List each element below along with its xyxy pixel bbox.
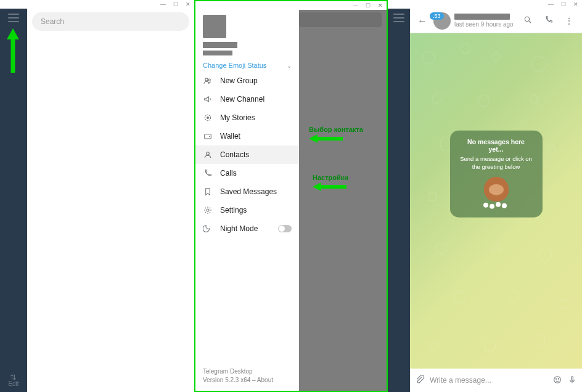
emoji-icon[interactable] xyxy=(552,375,562,386)
stories-icon xyxy=(203,113,213,123)
annotation-settings: Настройки xyxy=(313,174,348,191)
calls-icon xyxy=(203,168,213,178)
menu-label: New Channel xyxy=(220,95,264,104)
menu-footer: Telegram Desktop Version 5.2.3 x64 – Abo… xyxy=(195,362,299,391)
menu-label: Night Mode xyxy=(220,224,258,233)
chevron-down-icon[interactable]: ⌄ xyxy=(287,62,292,69)
svg-point-24 xyxy=(555,378,556,379)
menu-new-group[interactable]: New Group xyxy=(195,71,299,90)
empty-chat-bubble[interactable]: No messages here yet... Send a message o… xyxy=(450,131,543,218)
menu-label: My Stories xyxy=(220,113,255,122)
bookmark-icon xyxy=(203,187,213,197)
menu-new-channel[interactable]: New Channel xyxy=(195,90,299,108)
group-icon xyxy=(203,76,213,86)
channel-icon xyxy=(203,94,213,104)
menu-label: Settings xyxy=(220,206,247,214)
menu-night-mode[interactable]: Night Mode xyxy=(195,219,299,238)
profile-section xyxy=(195,10,299,59)
svg-point-12 xyxy=(478,96,490,107)
profile-phone-redacted xyxy=(203,51,232,55)
more-icon[interactable]: ⋮ xyxy=(561,16,577,26)
profile-name-redacted xyxy=(203,42,237,48)
middle-window: Change Emoji Status ⌄ New Group New Chan… xyxy=(194,0,388,392)
maximize-button[interactable] xyxy=(561,2,566,7)
menu-my-stories[interactable]: My Stories xyxy=(195,108,299,127)
titlebar xyxy=(388,0,582,9)
svg-point-11 xyxy=(531,57,546,71)
footer-app-name: Telegram Desktop xyxy=(203,367,292,376)
search-placeholder: Search xyxy=(41,17,64,26)
contact-name-redacted xyxy=(454,14,510,20)
close-button[interactable] xyxy=(573,2,578,7)
svg-rect-4 xyxy=(205,134,211,139)
left-window: Edit Search xyxy=(0,0,194,392)
annotation-arrow-up xyxy=(8,28,18,73)
voice-icon[interactable] xyxy=(567,375,577,386)
minimize-button[interactable] xyxy=(353,3,358,9)
menu-calls[interactable]: Calls xyxy=(195,164,299,182)
minimize-button[interactable] xyxy=(160,2,166,7)
back-icon[interactable]: ← xyxy=(415,15,430,27)
main-menu-drawer: Change Emoji Status ⌄ New Group New Chan… xyxy=(195,10,299,391)
menu-label: Contacts xyxy=(220,150,249,159)
profile-avatar[interactable] xyxy=(203,15,226,38)
settings-icon xyxy=(203,205,213,215)
wallet-icon xyxy=(203,131,213,141)
right-sidebar-rail xyxy=(388,9,410,392)
maximize-button[interactable] xyxy=(173,2,178,7)
svg-point-21 xyxy=(485,341,496,352)
close-button[interactable] xyxy=(186,2,191,7)
contacts-icon xyxy=(203,150,213,160)
empty-title: No messages here yet... xyxy=(460,138,533,153)
last-seen-label: last seen 9 hours ago xyxy=(454,21,515,28)
close-button[interactable] xyxy=(378,3,383,9)
message-input[interactable] xyxy=(430,376,547,385)
annotation-arrow-left-icon xyxy=(309,134,343,143)
left-sidebar: Edit xyxy=(0,9,27,392)
unread-badge: .53 xyxy=(430,12,444,20)
menu-settings[interactable]: Settings xyxy=(195,201,299,219)
svg-point-6 xyxy=(207,152,210,155)
titlebar xyxy=(0,0,194,9)
svg-point-5 xyxy=(209,136,210,137)
minimize-button[interactable] xyxy=(548,2,554,7)
night-mode-toggle[interactable] xyxy=(278,225,292,232)
contact-info[interactable]: last seen 9 hours ago xyxy=(454,14,515,28)
svg-point-25 xyxy=(558,378,559,379)
svg-point-22 xyxy=(533,334,545,346)
svg-point-10 xyxy=(461,44,470,54)
greeting-sticker[interactable] xyxy=(480,176,513,209)
annotation-contacts: Выбор контакта xyxy=(309,126,363,143)
edit-button[interactable]: Edit xyxy=(0,373,27,387)
svg-point-14 xyxy=(547,145,555,154)
menu-hamburger-icon[interactable] xyxy=(393,14,404,22)
attach-icon[interactable] xyxy=(415,375,425,386)
menu-saved-messages[interactable]: Saved Messages xyxy=(195,182,299,201)
menu-wallet[interactable]: Wallet xyxy=(195,127,299,145)
svg-point-18 xyxy=(538,248,552,261)
svg-point-3 xyxy=(207,116,209,119)
change-emoji-status-link[interactable]: Change Emoji Status xyxy=(203,62,266,69)
search-input[interactable]: Search xyxy=(32,12,189,31)
menu-label: Calls xyxy=(220,169,237,178)
sliders-icon xyxy=(9,373,18,379)
menu-label: New Group xyxy=(220,76,258,85)
footer-version[interactable]: Version 5.2.3 x64 – About xyxy=(203,376,292,385)
svg-point-8 xyxy=(525,17,529,21)
chat-area: No messages here yet... Send a message o… xyxy=(410,33,582,369)
call-icon[interactable] xyxy=(540,15,557,27)
dimmed-overlay[interactable]: Выбор контакта Настройки xyxy=(299,10,387,391)
night-icon xyxy=(203,224,213,234)
svg-point-17 xyxy=(435,243,446,254)
maximize-button[interactable] xyxy=(366,3,371,9)
search-icon[interactable] xyxy=(519,15,536,27)
overlay-search-bar xyxy=(299,12,382,27)
right-window: ← .53 last seen 9 hours ago ⋮ xyxy=(388,0,582,392)
svg-point-23 xyxy=(554,376,561,383)
svg-point-20 xyxy=(559,298,568,308)
annotation-arrow-left-icon xyxy=(313,182,347,191)
svg-point-19 xyxy=(453,292,465,304)
menu-contacts[interactable]: Contacts xyxy=(195,145,299,164)
menu-hamburger-icon[interactable] xyxy=(8,14,19,22)
menu-label: Saved Messages xyxy=(220,187,277,196)
